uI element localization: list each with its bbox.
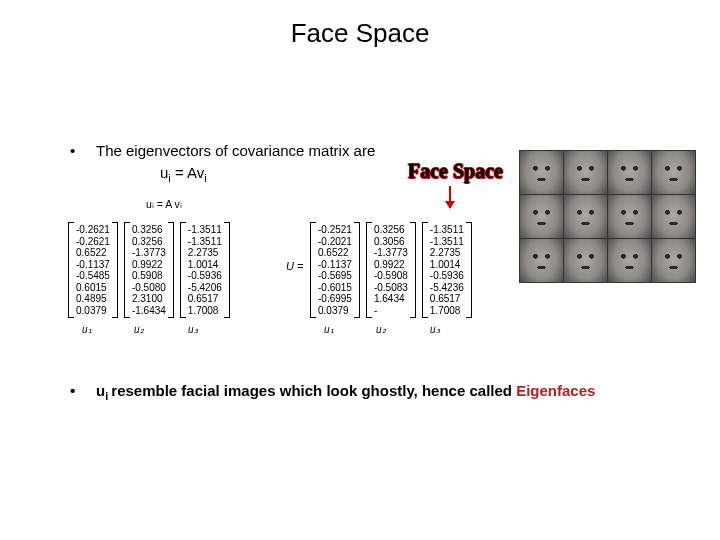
- label-u3-right: u₃: [430, 324, 440, 335]
- vector-u2: 0.32560.3256-1.37730.99220.5908-0.50802.…: [124, 222, 174, 318]
- label-u2-left: u₂: [134, 324, 144, 335]
- eigenface-thumb: [652, 151, 695, 194]
- label-u1-left: u₁: [82, 324, 92, 335]
- label-u3-left: u₃: [188, 324, 198, 335]
- bullet-1-text: The eigenvectors of covariance matrix ar…: [96, 142, 375, 159]
- bullet-1: • The eigenvectors of covariance matrix …: [70, 142, 375, 159]
- eigenface-thumb: [520, 239, 563, 282]
- bullet-2-text: ui resemble facial images which look gho…: [96, 382, 595, 402]
- bullet-2: • ui resemble facial images which look g…: [70, 382, 595, 402]
- label-u1-right: u₁: [324, 324, 334, 335]
- eigenface-thumb: [608, 239, 651, 282]
- bullet-dot-icon: •: [70, 142, 96, 159]
- formula-small: uᵢ = A vᵢ: [146, 198, 182, 210]
- eigenface-grid: [519, 150, 696, 283]
- label-u2-right: u₂: [376, 324, 386, 335]
- u-equals: U =: [286, 260, 303, 272]
- vector-u1: -0.2621-0.26210.6522-0.1137-0.54850.6015…: [68, 222, 118, 318]
- eigenfaces-term: Eigenfaces: [516, 382, 595, 399]
- eigenface-thumb: [520, 151, 563, 194]
- eigenface-thumb: [564, 151, 607, 194]
- arrow-down-icon: [449, 186, 451, 208]
- eigenface-thumb: [520, 195, 563, 238]
- bullet-dot-icon: •: [70, 382, 96, 399]
- eigenface-thumb: [608, 195, 651, 238]
- eigenface-thumb: [564, 195, 607, 238]
- vector-r-u1: -0.2521-0.20210.6522-0.1137-0.5695-0.601…: [310, 222, 360, 318]
- formula-main: ui = Avi: [160, 164, 207, 184]
- eigenface-thumb: [608, 151, 651, 194]
- vector-r-u3: -1.3511-1.35112.27351.0014-0.5936-5.4236…: [422, 222, 472, 318]
- vectors-right: -0.2521-0.20210.6522-0.1137-0.5695-0.601…: [310, 222, 472, 318]
- vectors-left: -0.2621-0.26210.6522-0.1137-0.54850.6015…: [68, 222, 230, 318]
- face-space-annotation: Face Space: [408, 160, 503, 183]
- eigenface-thumb: [652, 239, 695, 282]
- vector-u3: -1.3511-1.35112.27351.0014-0.5936-5.4206…: [180, 222, 230, 318]
- vector-r-u2: 0.32560.3056-1.37730.9922-0.5908-0.50831…: [366, 222, 416, 318]
- eigenface-thumb: [652, 195, 695, 238]
- eigenface-thumb: [564, 239, 607, 282]
- slide-title: Face Space: [0, 18, 720, 49]
